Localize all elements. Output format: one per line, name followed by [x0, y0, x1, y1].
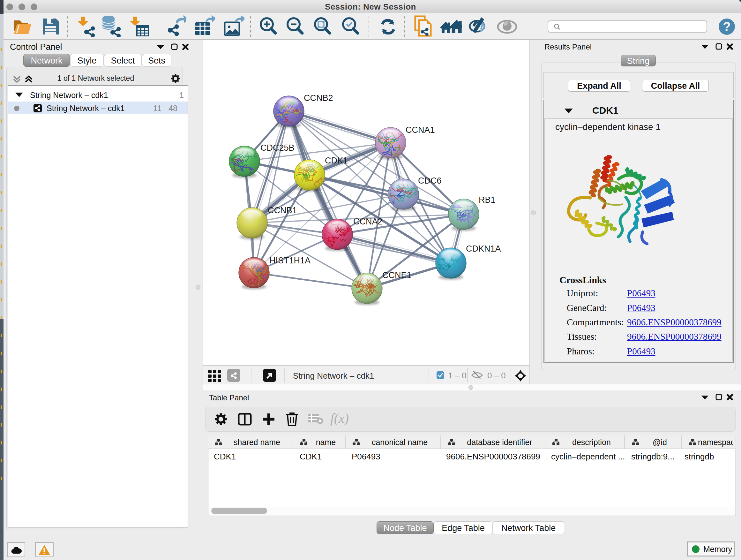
- svg-text:HIST1H1A: HIST1H1A: [269, 256, 311, 265]
- svg-text:CCNB1: CCNB1: [268, 206, 297, 215]
- svg-text:CCNA1: CCNA1: [406, 125, 435, 135]
- svg-text:CDC25B: CDC25B: [260, 143, 294, 152]
- svg-text:RB1: RB1: [479, 195, 495, 205]
- svg-text:CDC6: CDC6: [418, 176, 442, 186]
- svg-text:CCNA2: CCNA2: [353, 217, 383, 226]
- svg-text:CDKN1A: CDKN1A: [466, 244, 501, 253]
- svg-text:CCNB2: CCNB2: [304, 93, 333, 103]
- svg-text:CDK1: CDK1: [325, 156, 348, 165]
- svg-text:CCNE1: CCNE1: [382, 270, 412, 280]
